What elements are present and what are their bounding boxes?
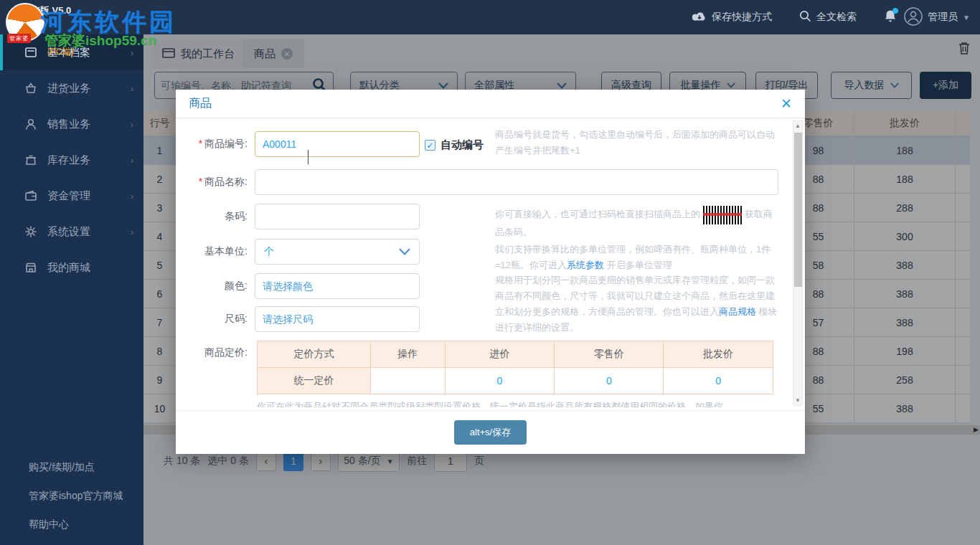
watermark-suffix: 59.cn [122,33,157,48]
product-spec-link[interactable]: 商品规格 [719,306,756,317]
bell-icon [884,14,897,25]
global-search-label: 全文检索 [816,11,857,24]
field-label: 颜色: [184,280,248,293]
barcode-image [703,206,742,224]
user-avatar-icon [904,7,923,28]
sidebar: 基本档案 › 进货业务 › 销售业务 › 库存业务 › 资金管理 › 系统设置 … [0,34,143,545]
save-shortcut-button[interactable]: 保存快捷方式 [692,11,772,24]
product-code-input[interactable] [255,131,420,157]
sidebar-item-label: 库存业务 [47,153,90,167]
base-unit-row: 基本单位: 个 [184,239,420,265]
sidebar-item-label: 系统设置 [47,225,90,239]
barcode-help-text: 你可直接输入，也可通过扫码枪直接扫描商品上的获取商品条码。 [495,206,778,240]
spec-help-text: 规格用于划分同一款商品更细的销售单元或库存管理粒度，如同一款商品有不同颜色，尺寸… [495,272,778,336]
search-icon [799,10,811,24]
scroll-down-icon[interactable]: ▼ [793,397,802,404]
wallet-icon [24,189,38,203]
product-code-row: *商品编号: [184,131,420,157]
sidebar-link-purchase-renew[interactable]: 购买/续期/加点 [0,453,143,482]
product-modal: 商品 ✕ *商品编号: ✓ 自动编号 商品编号就是货号，勾选这里自动编号后，后面… [176,90,805,454]
product-name-row: *商品名称: [184,169,778,195]
color-input[interactable] [255,273,420,299]
field-label: *商品编号: [184,138,248,151]
pricing-method-cell: 统一定价 [258,368,371,394]
sidebar-link-help-center[interactable]: 帮助中心 [0,511,143,539]
sidebar-item-my-mall[interactable]: 我的商城 [0,250,143,285]
wholesale-price-value[interactable]: 0 [664,368,773,394]
required-marker: * [199,176,202,187]
modal-header: 商品 ✕ [176,90,805,118]
field-label: 条码: [184,210,248,223]
field-label: 商品定价: [184,346,248,359]
size-row: 尺码: [184,306,420,332]
retail-price-value[interactable]: 0 [555,368,664,394]
sidebar-link-official-mall[interactable]: 管家婆ishop官方商城 [0,482,143,511]
auto-number-label: 自动编号 [440,138,484,152]
chevron-right-icon: › [131,191,133,202]
scrollbar-thumb[interactable] [794,133,802,287]
sidebar-item-sales[interactable]: 销售业务 › [0,106,143,142]
color-row: 颜色: [184,273,420,299]
auto-number-checkbox[interactable]: ✓ 自动编号 [425,138,484,152]
chevron-right-icon: › [131,83,133,94]
purchase-price-value[interactable]: 0 [445,368,555,394]
pricing-label-row: 商品定价: [184,346,255,359]
sidebar-item-funds[interactable]: 资金管理 › [0,178,143,214]
modal-scrollbar[interactable]: ▲ ▼ [793,120,803,406]
system-params-link[interactable]: 系统参数 [567,260,604,270]
checkbox-checked-icon: ✓ [425,140,435,151]
barcode-input[interactable] [255,204,420,229]
modal-footer: alt+s/保存 [176,410,805,453]
customer-icon [24,117,38,131]
archive-icon [24,45,38,60]
product-name-input[interactable] [255,169,778,195]
chevron-down-icon [399,248,410,255]
required-marker: * [199,138,202,149]
pc-edition-label: (PC端) [47,46,74,58]
size-input[interactable] [255,306,420,332]
modal-title: 商品 [189,96,212,111]
close-icon[interactable]: ✕ [781,95,792,112]
cloud-download-icon [692,11,707,24]
user-menu[interactable]: 管理员 ▼ [904,7,970,28]
purchase-basket-icon [24,81,38,95]
app-root: 豪华版 V5.0 保存快捷方式 全文检索 [0,0,980,545]
sidebar-item-settings[interactable]: 系统设置 › [0,214,143,250]
logo-badge: 管家婆 [7,34,31,43]
notifications-button[interactable] [884,9,897,25]
field-label: 尺码: [184,313,248,326]
code-help-text: 商品编号就是货号，勾选这里自动编号后，后面添加的商品可以自动产生编号并把尾数+1 [495,127,778,158]
username-label: 管理员 [928,11,958,24]
unit-help-text: 我们支持带换算比的多单位管理，例如啤酒有件、瓶两种单位，1件=12瓶。你可进入系… [495,242,778,273]
pricing-op-cell [370,368,445,394]
sidebar-item-label: 进货业务 [47,82,90,95]
sidebar-item-label: 销售业务 [47,118,90,131]
pricing-header-row: 定价方式 操作 进价 零售价 批发价 [258,341,773,368]
field-label: *商品名称: [184,176,248,189]
save-shortcut-label: 保存快捷方式 [712,11,772,24]
chevron-down-icon: ▼ [963,14,970,22]
clipped-help-text: 你可在此为商品针对不同会员类型或级别类型设置价格，统一定价是指此商品所有规格都使… [257,400,773,407]
modal-body: *商品编号: ✓ 自动编号 商品编号就是货号，勾选这里自动编号后，后面添加的商品… [176,118,805,410]
sidebar-item-inventory[interactable]: 库存业务 › [0,142,143,178]
gear-icon [24,224,38,239]
pricing-table: 定价方式 操作 进价 零售价 批发价 统一定价 0 0 0 [257,341,773,394]
global-search-button[interactable]: 全文检索 [799,10,857,24]
text-caret [308,150,308,164]
save-button[interactable]: alt+s/保存 [454,420,527,445]
scroll-up-icon[interactable]: ▲ [793,123,802,129]
notification-dot [892,8,898,14]
chevron-right-icon: › [131,119,133,130]
base-unit-select[interactable]: 个 [255,239,420,265]
barcode-row: 条码: [184,204,420,229]
sidebar-item-purchasing[interactable]: 进货业务 › [0,70,143,106]
store-icon [24,260,38,275]
inventory-bin-icon [24,153,38,167]
sidebar-item-label: 资金管理 [47,189,90,203]
pricing-data-row: 统一定价 0 0 0 [258,368,773,394]
chevron-right-icon: › [131,227,133,237]
chevron-right-icon: › [131,155,133,166]
sidebar-item-label: 我的商城 [47,261,90,275]
field-label: 基本单位: [184,245,248,258]
